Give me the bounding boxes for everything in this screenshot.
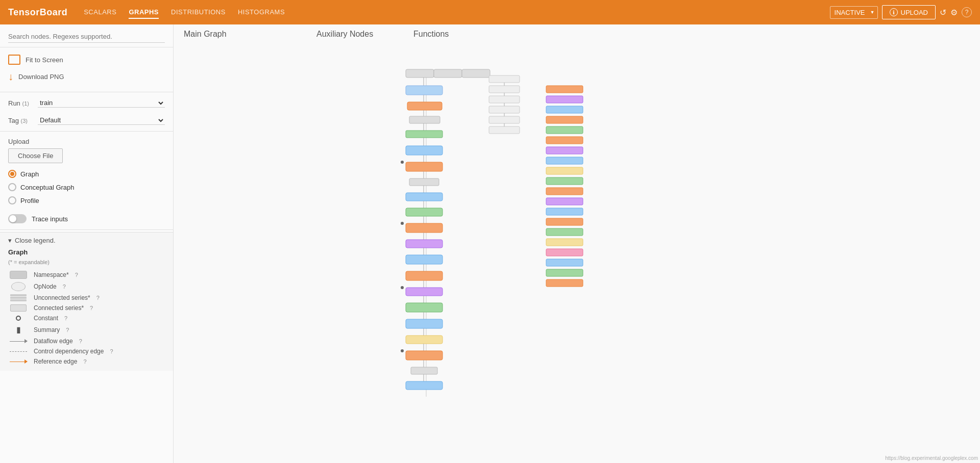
upload-button[interactable]: ℹ UPLOAD — [882, 5, 936, 19]
svg-rect-71 — [489, 106, 520, 113]
svg-rect-53 — [546, 157, 583, 164]
fit-to-screen-icon — [8, 55, 20, 65]
nav-graphs[interactable]: GRAPHS — [129, 6, 159, 19]
svg-rect-41 — [406, 351, 443, 360]
main-layout: Fit to Screen ↓ Download PNG Run (1) tra… — [0, 24, 980, 463]
legend-dataflow-label: Dataflow edge — [34, 338, 73, 345]
svg-rect-43 — [411, 367, 437, 374]
search-section — [0, 24, 173, 47]
radio-conceptual[interactable]: Conceptual Graph — [8, 181, 165, 194]
svg-rect-63 — [546, 259, 583, 266]
svg-rect-7 — [406, 86, 443, 95]
svg-rect-60 — [546, 228, 583, 236]
svg-rect-69 — [489, 96, 520, 103]
radio-graph-label: Graph — [20, 170, 39, 178]
run-select[interactable]: train — [38, 98, 165, 108]
connected-icon-wrap — [8, 304, 29, 312]
control-dep-icon — [10, 351, 27, 352]
dataflow-icon — [10, 341, 27, 342]
radio-profile-label: Profile — [20, 197, 39, 204]
svg-rect-50 — [546, 126, 583, 134]
chevron-down-icon: ▾ — [8, 237, 12, 244]
radio-graph-circle[interactable] — [8, 170, 16, 178]
legend-namespace-label: Namespace* — [34, 271, 69, 278]
run-label: Run (1) — [8, 99, 34, 107]
refresh-icon[interactable]: ↺ — [940, 8, 946, 17]
legend-unconnected: Unconnected series* ? — [8, 293, 165, 303]
svg-point-79 — [401, 286, 404, 289]
svg-point-78 — [401, 222, 404, 225]
legend-constant-label: Constant — [34, 315, 58, 322]
upload-label: UPLOAD — [901, 9, 928, 16]
tag-label: Tag (3) — [8, 117, 34, 124]
svg-rect-21 — [406, 193, 443, 201]
namespace-help[interactable]: ? — [75, 272, 78, 278]
svg-rect-13 — [406, 131, 443, 138]
fit-to-screen-label: Fit to Screen — [26, 56, 63, 64]
control-dep-help[interactable]: ? — [110, 348, 113, 354]
svg-rect-49 — [546, 116, 583, 123]
trace-inputs-toggle[interactable] — [8, 214, 27, 223]
svg-rect-51 — [546, 137, 583, 144]
dataflow-help[interactable]: ? — [79, 338, 82, 344]
svg-rect-56 — [546, 188, 583, 195]
legend-control-dep: Control dependency edge ? — [8, 346, 165, 356]
radio-section: Graph Conceptual Graph Profile — [0, 165, 173, 211]
summary-help[interactable]: ? — [66, 327, 69, 333]
svg-rect-35 — [406, 303, 443, 312]
trace-inputs-section: Trace inputs — [0, 211, 173, 227]
nav-distributions[interactable]: DISTRIBUTIONS — [171, 6, 226, 19]
legend-opnode-label: OpNode — [34, 283, 57, 290]
help-icon[interactable]: ? — [962, 7, 972, 17]
radio-conceptual-circle[interactable] — [8, 183, 16, 191]
radio-profile[interactable]: Profile — [8, 194, 165, 207]
svg-rect-47 — [546, 96, 583, 103]
reference-edge-help[interactable]: ? — [83, 358, 86, 365]
svg-rect-29 — [406, 255, 443, 264]
control-dep-icon-wrap — [8, 351, 29, 352]
nav-scalars[interactable]: SCALARS — [84, 6, 116, 19]
radio-graph[interactable]: Graph — [8, 167, 165, 181]
svg-rect-23 — [406, 208, 443, 216]
svg-rect-45 — [406, 381, 443, 390]
url-bar: https://blog.experimental.googleplex.com — [885, 455, 978, 461]
svg-rect-75 — [489, 126, 520, 134]
svg-rect-46 — [546, 86, 583, 93]
svg-rect-19 — [409, 178, 439, 186]
reference-edge-icon-wrap — [8, 362, 29, 362]
fit-to-screen-row[interactable]: Fit to Screen — [8, 52, 165, 68]
svg-rect-4 — [434, 69, 462, 78]
choose-file-button[interactable]: Choose File — [8, 148, 63, 163]
svg-rect-55 — [546, 177, 583, 185]
svg-rect-54 — [546, 167, 583, 174]
svg-rect-11 — [409, 116, 440, 123]
nav-histograms[interactable]: HISTOGRAMS — [238, 6, 285, 19]
legend-toggle[interactable]: ▾ Close legend. — [8, 237, 165, 244]
unconnected-help[interactable]: ? — [96, 295, 100, 301]
svg-point-77 — [401, 161, 404, 164]
legend-summary: ▮ Summary ? — [8, 323, 165, 336]
legend-section: ▾ Close legend. Graph (* = expandable) N… — [0, 232, 173, 371]
svg-rect-25 — [406, 223, 443, 233]
svg-rect-64 — [546, 269, 583, 276]
download-png-label: Download PNG — [18, 73, 64, 81]
tag-select[interactable]: Default — [38, 116, 165, 125]
legend-connected: Connected series* ? — [8, 303, 165, 313]
nav-links: SCALARS GRAPHS DISTRIBUTIONS HISTOGRAMS — [84, 6, 829, 19]
inactive-select-wrapper[interactable]: INACTIVE — [830, 6, 878, 19]
opnode-icon-wrap — [8, 282, 29, 291]
graph-area[interactable]: Main Graph Auxiliary Nodes Functions — [174, 24, 980, 463]
svg-rect-57 — [546, 198, 583, 205]
radio-profile-circle[interactable] — [8, 196, 16, 204]
download-png-row[interactable]: ↓ Download PNG — [8, 68, 165, 86]
opnode-help[interactable]: ? — [63, 284, 66, 290]
search-input[interactable] — [8, 31, 165, 43]
connected-help[interactable]: ? — [90, 305, 93, 311]
unconnected-icon-wrap — [8, 294, 29, 301]
constant-help[interactable]: ? — [64, 315, 67, 321]
legend-namespace: Namespace* ? — [8, 269, 165, 280]
inactive-select[interactable]: INACTIVE — [830, 6, 878, 19]
svg-rect-39 — [406, 336, 443, 344]
legend-unconnected-label: Unconnected series* — [34, 294, 90, 301]
settings-icon[interactable]: ⚙ — [950, 8, 958, 17]
